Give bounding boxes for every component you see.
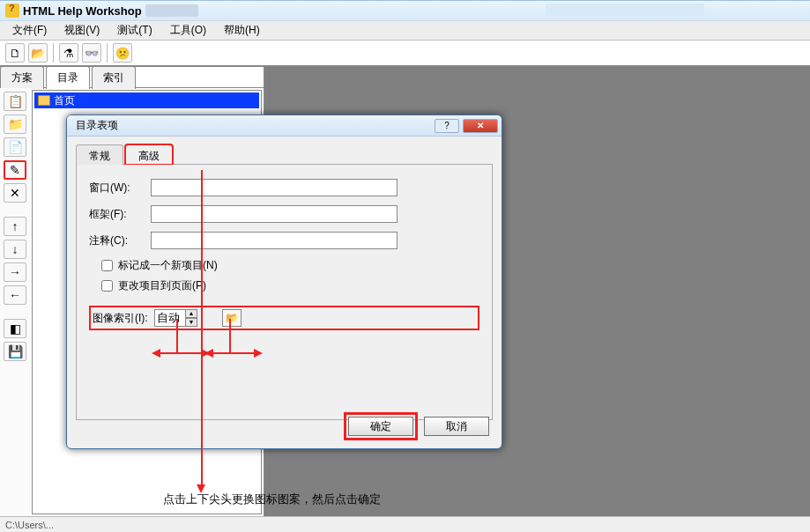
side-toolbar: 📋 📁 📄 ✎ ✕ ↑ ↓ → ← ◧ 💾 <box>0 88 30 516</box>
dialog-tabs: 常规 高级 <box>76 144 493 165</box>
status-text: C:\Users\... <box>5 520 54 530</box>
help-button[interactable]: 😕 <box>113 43 132 63</box>
tab-index[interactable]: 索引 <box>92 66 136 89</box>
annotation-text: 点击上下尖头更换图标图案，然后点击确定 <box>163 491 381 507</box>
toolbar: 🗋 📂 ⚗ 👓 😕 <box>0 41 810 67</box>
title-smudge <box>145 4 198 17</box>
compile-button[interactable]: ⚗ <box>59 43 78 63</box>
panel-tabs: 方案 目录 索引 <box>0 67 264 88</box>
open-button[interactable]: 📂 <box>28 43 48 63</box>
mark-new-row: 标记成一个新项目(N) <box>89 258 479 273</box>
title-right-smudge <box>546 4 704 16</box>
dialog-tab-general[interactable]: 常规 <box>76 144 123 165</box>
menu-help[interactable]: 帮助(H) <box>215 20 269 41</box>
view-icon[interactable]: ◧ <box>4 319 26 338</box>
cancel-button[interactable]: 取消 <box>424 417 489 436</box>
frame-label: 框架(F): <box>89 207 151 222</box>
dialog-title: 目录表项 <box>71 118 431 133</box>
delete-icon[interactable]: ✕ <box>4 183 26 203</box>
new-button[interactable]: 🗋 <box>5 43 25 63</box>
dialog-help-button[interactable]: ? <box>435 119 459 133</box>
annotation-arrow-vertical-main <box>201 170 203 487</box>
browse-image-button[interactable]: 📂 <box>222 309 242 327</box>
move-down-icon[interactable]: ↓ <box>4 240 26 259</box>
frame-row: 框架(F): <box>89 205 479 223</box>
comment-row: 注释(C): <box>89 232 479 249</box>
annotation-arrow-v2 <box>229 319 231 354</box>
toolbar-separator <box>53 43 54 63</box>
image-index-label: 图像索引(I): <box>93 311 154 326</box>
annotation-arrowhead-right2 <box>254 349 263 358</box>
app-title: HTML Help Workshop <box>23 4 142 18</box>
toolbar-separator <box>107 43 108 63</box>
frame-input[interactable] <box>151 205 398 223</box>
comment-input[interactable] <box>151 232 398 249</box>
insert-page-icon[interactable]: 📄 <box>4 137 26 157</box>
title-bar: HTML Help Workshop <box>0 0 810 21</box>
spinner-buttons: ▲ ▼ <box>185 309 197 327</box>
dialog-footer: 确定 取消 <box>348 417 489 436</box>
annotation-arrowhead-left2 <box>204 349 213 358</box>
dialog-body: 常规 高级 窗口(W): 框架(F): 注释(C): 标记成一个新项目(N) <box>67 137 502 427</box>
annotation-arrow-h2 <box>212 352 256 354</box>
change-page-label: 更改项目到页面(P) <box>118 278 206 293</box>
move-right-icon[interactable]: → <box>4 262 26 282</box>
window-label: 窗口(W): <box>89 181 151 196</box>
move-up-icon[interactable]: ↑ <box>4 217 26 236</box>
menu-test[interactable]: 测试(T) <box>108 20 160 41</box>
annotation-arrow-h1 <box>159 352 203 354</box>
app-icon <box>5 4 19 18</box>
spinner-up-icon[interactable]: ▲ <box>185 309 197 318</box>
dialog-titlebar[interactable]: 目录表项 ? ✕ <box>67 115 502 137</box>
menu-view[interactable]: 视图(V) <box>56 20 108 41</box>
annotation-arrow-v1 <box>176 319 178 354</box>
window-input[interactable] <box>151 179 398 196</box>
annotation-arrowhead-left <box>152 349 160 358</box>
dialog-close-button[interactable]: ✕ <box>463 119 498 133</box>
window-row: 窗口(W): <box>89 179 479 196</box>
folder-icon <box>38 95 50 106</box>
comment-label: 注释(C): <box>89 233 151 248</box>
view-compiled-button[interactable]: 👓 <box>82 43 101 63</box>
status-bar: C:\Users\... <box>0 516 810 532</box>
menu-tools[interactable]: 工具(O) <box>161 20 215 41</box>
toc-entry-dialog: 目录表项 ? ✕ 常规 高级 窗口(W): 框架(F): 注释(C): 标记成一… <box>66 115 502 449</box>
move-left-icon[interactable]: ← <box>4 285 26 305</box>
tab-contents[interactable]: 目录 <box>46 66 90 89</box>
change-page-checkbox[interactable] <box>101 280 113 292</box>
menu-file[interactable]: 文件(F) <box>4 20 56 41</box>
tab-project[interactable]: 方案 <box>0 66 44 89</box>
insert-heading-icon[interactable]: 📁 <box>4 115 26 134</box>
edit-icon[interactable]: ✎ <box>4 160 26 180</box>
tree-root-label: 首页 <box>54 93 75 108</box>
tree-root-item[interactable]: 首页 <box>34 92 259 108</box>
image-index-input[interactable] <box>154 309 186 327</box>
spinner-down-icon[interactable]: ▼ <box>185 318 197 327</box>
menu-bar: 文件(F) 视图(V) 测试(T) 工具(O) 帮助(H) <box>0 21 810 41</box>
ok-button[interactable]: 确定 <box>348 417 413 436</box>
change-page-row: 更改项目到页面(P) <box>89 278 479 293</box>
image-index-row: 图像索引(I): ▲ ▼ 📂 <box>89 306 479 330</box>
dialog-pane: 窗口(W): 框架(F): 注释(C): 标记成一个新项目(N) 更改项目到页面… <box>76 165 493 420</box>
dialog-tab-advanced[interactable]: 高级 <box>125 144 173 165</box>
mark-new-checkbox[interactable] <box>101 260 113 271</box>
properties-icon[interactable]: 📋 <box>4 92 26 111</box>
save-icon[interactable]: 💾 <box>4 342 26 361</box>
